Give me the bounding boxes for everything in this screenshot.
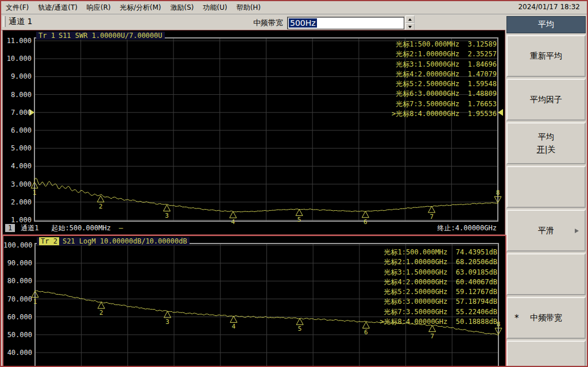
trace2-params: S21 LogM 10.00000dB/10.00000dB [63,237,187,245]
y-axis-tick-label: 2.000 [3,198,32,206]
softkey-average-factor[interactable]: 平均因子 [506,79,586,121]
toolbar-grip[interactable] [3,16,6,27]
marker-5-triangle[interactable] [296,318,303,324]
if-bandwidth-group: 中频带宽 500Hz [253,16,415,30]
spinner-up-button[interactable] [405,16,415,23]
if-bandwidth-input[interactable]: 500Hz [287,17,404,29]
marker-readout-line: >光标8:4.00000GHz 50.18888dB [380,317,497,327]
menu-item-response[interactable]: 响应(R) [82,2,115,14]
marker-6-triangle[interactable] [362,322,369,328]
trace1-label[interactable]: Tr 1 [38,32,55,40]
y-axis-tick-label: 10.000 [3,55,32,63]
softkey-blank-2[interactable] [506,253,586,295]
trace1-color-dash: — [119,224,123,232]
marker-2-triangle[interactable] [97,196,104,202]
marker-readout-line: 光标3:1.50000GHz 1.84696 [392,60,497,69]
marker-4-number: 4 [232,323,236,330]
marker-readout-line: 光标4:2.00000GHz 60.40067dB [380,277,497,287]
marker-3-number: 3 [165,318,169,326]
menu-item-utility[interactable]: 功能(U) [198,2,231,14]
marker-3-triangle[interactable] [164,205,171,211]
selected-marker-asterisk: * [514,313,519,323]
chart1-status-bar: 1通道1起始:500.000MHz— 终止:4.00000GHz [5,223,502,233]
status-channel-label: 通道1 [21,224,38,232]
marker-readout-line: 光标5:2.50000GHz 1.59548 [392,79,497,89]
marker-readout-line: 光标6:3.00000GHz 1.48809 [392,89,497,99]
submenu-arrow-icon [575,229,579,233]
menu-item-file[interactable]: 文件(F) [1,2,33,14]
marker-6-number: 6 [364,329,368,336]
marker-4-triangle[interactable] [230,211,237,218]
vna-application-window: 文件(F)轨迹/通道(T)响应(R)光标/分析(M)激励(S)功能(U)帮助(H… [0,0,588,367]
marker-1-number: 1 [33,189,37,196]
y-axis-tick-label: 9.000 [3,72,32,80]
y-axis-tick-label: 1.000 [3,216,32,224]
datetime-label: 2024/01/17 18:32 [518,3,580,11]
menu-item-stimulus[interactable]: 激励(S) [165,2,198,14]
reference-level-arrow-right[interactable] [498,109,503,116]
if-bandwidth-value: 500Hz [289,18,317,28]
softkey-label: 平滑 [538,226,554,236]
if-bandwidth-label: 中频带宽 [253,18,283,28]
marker-readout-line: 光标6:3.00000GHz 57.18794dB [380,297,497,307]
softkey-smoothing[interactable]: 平滑 [506,210,586,252]
softkey-blank-1[interactable] [506,166,586,208]
marker-5-triangle[interactable] [296,209,303,215]
up-arrow-icon [408,18,412,21]
toolbar: 通道 1 中频带宽 500Hz [1,14,505,30]
marker-readout-line: 光标3:1.50000GHz 63.09185dB [380,268,497,277]
trace1-header[interactable]: Tr 1S11 SWR 1.00000U/7.00000U [36,32,165,40]
trace2-header[interactable]: Tr 2S21 LogM 10.00000dB/10.00000dB [37,237,189,245]
menubar: 文件(F)轨迹/通道(T)响应(R)光标/分析(M)激励(S)功能(U)帮助(H… [1,1,587,14]
y-axis-tick-label: 6.000 [3,126,32,134]
sidebar-title-average: 平均 [506,16,586,33]
marker-5-number: 5 [297,216,301,223]
softkey-list: 重新平均平均因子平均开|关平滑*中频带宽 [506,35,586,367]
y-axis-tick-label: 80.000 [3,277,32,285]
marker-readout-line: 光标1:500.000MHz 74.43951dB [380,248,497,257]
chart1-marker-readout: 光标1:500.000MHz 3.12589光标2:1.00000GHz 2.3… [392,40,497,119]
marker-7-triangle[interactable] [428,206,435,213]
marker-7-number: 7 [430,213,434,221]
marker-readout-line: 光标4:2.00000GHz 1.47079 [392,69,497,79]
softkey-label: 重新平均 [530,51,562,61]
menu-item-marker-analysis[interactable]: 光标/分析(M) [115,2,166,14]
marker-readout-line: 光标2:1.00000GHz 68.20506dB [380,257,497,267]
toggle-state-label: 开|关 [537,145,556,155]
marker-2-number: 2 [99,203,103,210]
y-axis-tick-label: 7.000 [3,109,32,117]
y-axis-tick-label: 90.000 [3,259,32,267]
marker-2-number: 2 [99,309,103,316]
marker-readout-line: 光标2:1.00000GHz 2.35257 [392,49,497,59]
channel-number-badge: 1 [5,224,15,232]
softkey-label: 中频带宽 [530,313,562,323]
chart2-panel: Tr 2S21 LogM 10.00000dB/10.00000dB 光标1:5… [2,235,506,367]
chart1-panel: Tr 1S11 SWR 1.00000U/7.00000U 光标1:500.00… [2,30,505,235]
y-axis-tick-label: 4.000 [3,162,32,170]
if-bandwidth-spinner [405,16,415,30]
marker-readout-line: 光标1:500.000MHz 3.12589 [392,40,497,49]
status-start-frequency: 起始:500.000MHz [51,224,110,232]
y-axis-tick-label: 3.000 [3,180,32,188]
trace2-label[interactable]: Tr 2 [39,237,59,245]
marker-7-number: 7 [430,333,434,340]
softkey-blank-3[interactable] [506,341,586,367]
marker-1-number: 1 [33,298,37,306]
marker-readout-line: 光标7:3.50000GHz 1.76653 [392,99,497,109]
y-axis-tick-label: 5.000 [3,144,32,152]
down-arrow-icon [408,26,412,28]
marker-readout-line: 光标5:2.50000GHz 59.12767dB [380,287,497,297]
marker-5-number: 5 [298,325,302,333]
menu-item-trace-channel[interactable]: 轨迹/通道(T) [33,2,82,14]
channel-tab: 通道 1 [9,17,32,27]
trace1-params: S11 SWR 1.00000U/7.00000U [59,32,163,40]
softkey-label: 平均 [538,132,554,142]
y-axis-tick-label: 60.000 [3,313,32,321]
marker-3-number: 3 [165,212,169,219]
marker-readout-line: >光标8:4.00000GHz 1.95536 [392,109,497,119]
softkey-if-bandwidth[interactable]: *中频带宽 [506,297,586,339]
menu-item-help[interactable]: 帮助(H) [232,2,265,14]
softkey-average-on-off[interactable]: 平均开|关 [506,122,586,164]
marker-6-triangle[interactable] [362,211,369,218]
softkey-re-average[interactable]: 重新平均 [506,35,586,77]
